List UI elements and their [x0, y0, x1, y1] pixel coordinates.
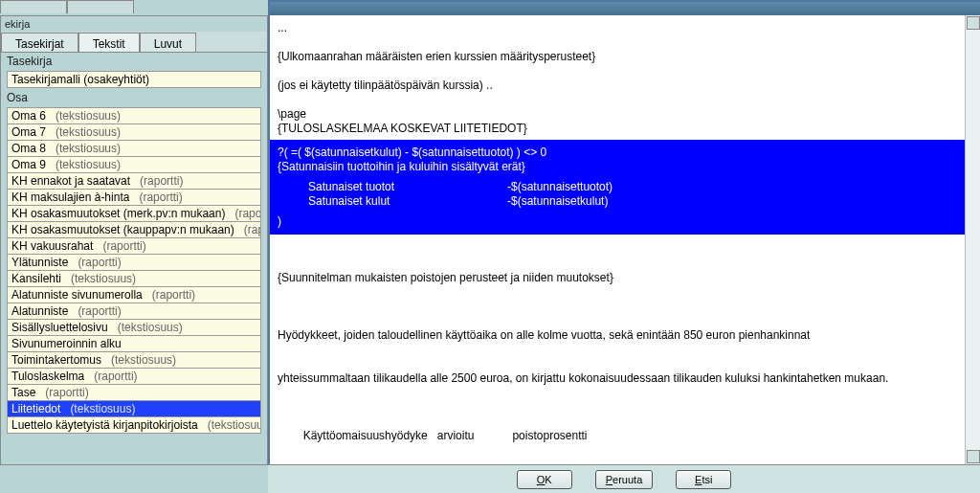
right-panel: ... {Ulkomaanrahan määräisten erien kurs… [268, 0, 980, 493]
list-item[interactable]: Liitetiedot(tekstiosuus) [7, 401, 261, 417]
list-item[interactable]: Luettelo käytetyistä kirjanpitokirjoista… [7, 417, 261, 434]
tab-row: Tasekirjat Tekstit Luvut [1, 32, 267, 53]
editor-highlight-block[interactable]: ?( =( $(satunnaisetkulut) - $(satunnaise… [270, 140, 980, 235]
scroll-down-icon[interactable] [967, 450, 980, 463]
scroll-up-icon[interactable] [967, 16, 980, 30]
list-item[interactable]: Sisällysluettelosivu(tekstiosuus) [7, 320, 261, 336]
hi-line: {Satunnaisiin tuottoihin ja kuluihin sis… [278, 160, 972, 174]
list-item[interactable]: Alatunniste(raportti) [7, 303, 261, 320]
list-item[interactable]: Sivunumeroinnin alku [7, 336, 261, 352]
list-item[interactable]: KH ennakot ja saatavat(raportti) [7, 173, 261, 190]
editor-pre-text: ... {Ulkomaanrahan määräisten erien kurs… [278, 21, 972, 136]
list-item[interactable]: Ylätunniste(raportti) [7, 255, 261, 271]
osa-list[interactable]: Oma 6(tekstiosuus)Oma 7(tekstiosuus)Oma … [7, 107, 261, 434]
tab-tasekirjat[interactable]: Tasekirjat [1, 33, 78, 52]
left-header: ekirja [1, 16, 267, 32]
list-item[interactable]: KH maksulajien à-hinta(raportti) [7, 190, 261, 206]
list-item[interactable]: KH vakuusrahat(raportti) [7, 238, 261, 255]
ok-button[interactable]: OK [517, 470, 572, 489]
list-item[interactable]: KH osakasmuutokset (kauppapv:n mukaan)(r… [7, 222, 261, 238]
find-button[interactable]: Etsi [676, 470, 731, 489]
list-item[interactable]: Tase(raportti) [7, 385, 261, 401]
button-bar: OK Peruuta Etsi [268, 464, 980, 493]
list-item[interactable]: Kansilehti(tekstiosuus) [7, 271, 261, 287]
hi-row: Satunaiset kulut -$(satunnaisetkulut) [278, 194, 972, 209]
list-item[interactable]: Alatunniste sivunumerolla(raportti) [7, 287, 261, 303]
list-item[interactable]: Toimintakertomus(tekstiosuus) [7, 352, 261, 369]
list-item[interactable]: Oma 6(tekstiosuus) [7, 107, 261, 124]
hi-line: ) [278, 214, 972, 229]
text-editor[interactable]: ... {Ulkomaanrahan määräisten erien kurs… [270, 15, 980, 451]
hi-line: ?( =( $(satunnaisetkulut) - $(satunnaise… [278, 146, 972, 160]
list-item[interactable]: KH osakasmuutokset (merk.pv:n mukaan)(ra… [7, 206, 261, 222]
tasekirja-field[interactable]: Tasekirjamalli (osakeyhtiöt) [7, 71, 261, 88]
list-item[interactable]: Tuloslaskelma(raportti) [7, 369, 261, 385]
left-panel: ekirja Tasekirjat Tekstit Luvut Tasekirj… [0, 15, 268, 465]
tab-luvut[interactable]: Luvut [140, 33, 196, 52]
list-item[interactable]: Oma 7(tekstiosuus) [7, 124, 261, 141]
editor-post-text: {Suunnitelman mukaisten poistojen perust… [278, 242, 972, 451]
hidden-top-tabs [0, 0, 268, 15]
list-item[interactable]: Oma 8(tekstiosuus) [7, 141, 261, 157]
tab-tekstit[interactable]: Tekstit [78, 33, 140, 52]
cancel-button[interactable]: Peruuta [595, 470, 654, 489]
list-item[interactable]: Oma 9(tekstiosuus) [7, 157, 261, 173]
right-titlebar [270, 2, 980, 15]
hi-row: Satunaiset tuotot -$(satunnaisettuotot) [278, 180, 972, 194]
section-osa-label: Osa [1, 89, 267, 106]
section-tasekirja-label: Tasekirja [1, 53, 267, 70]
vertical-scrollbar[interactable] [965, 15, 980, 465]
